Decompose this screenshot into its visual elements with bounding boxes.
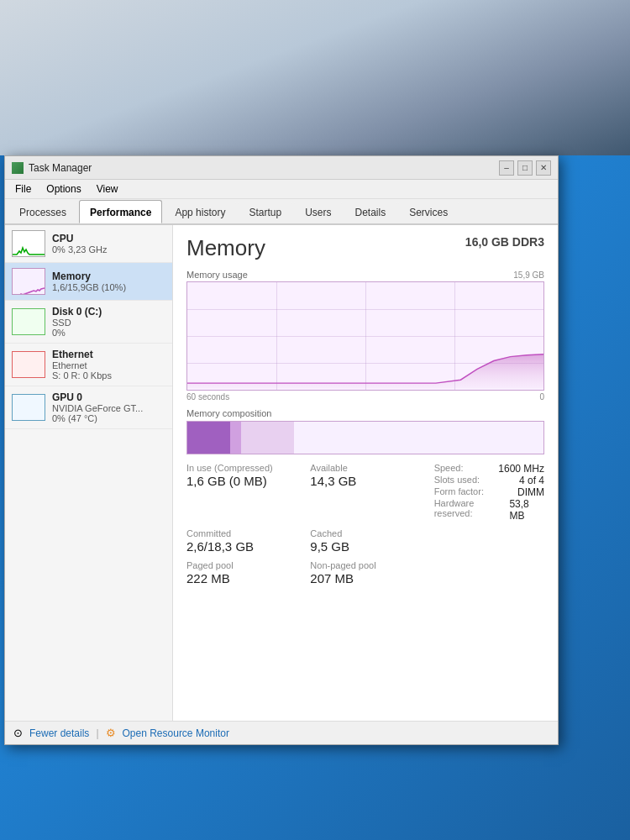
app-icon	[12, 162, 24, 174]
memory-graph-svg	[187, 282, 543, 390]
in-use-label: In use (Compressed)	[186, 463, 297, 473]
fewer-details-icon: ⊙	[13, 727, 23, 739]
tab-processes[interactable]: Processes	[8, 202, 77, 223]
speed-label: Speed:	[434, 463, 464, 475]
sidebar-item-cpu[interactable]: CPU 0% 3,23 GHz	[5, 225, 172, 263]
sidebar-item-gpu[interactable]: GPU 0 NVIDIA GeForce GT... 0% (47 °C)	[5, 386, 172, 429]
task-manager-window: Task Manager – □ ✕ File Options View Pro…	[4, 155, 559, 745]
photo-background	[0, 0, 630, 155]
graph-max-label: 15,9 GB	[513, 270, 544, 280]
available-value: 14,3 GB	[310, 474, 420, 488]
sidebar-item-memory[interactable]: Memory 1,6/15,9GB (10%)	[5, 263, 172, 301]
composition-label: Memory composition	[186, 408, 544, 418]
committed-stat: Committed 2,6/18,3 GB	[186, 528, 297, 554]
speed-value: 1600 MHz	[498, 463, 544, 475]
disk-info: Disk 0 (C:) SSD 0%	[52, 306, 165, 338]
tab-users[interactable]: Users	[294, 202, 342, 223]
memory-usage-graph-section: Memory usage 15,9 GB	[186, 270, 544, 403]
cpu-usage: 0% 3,23 GHz	[52, 244, 165, 255]
graph-label: Memory usage	[186, 270, 248, 280]
footer-bar: ⊙ Fewer details | ⚙ Open Resource Monito…	[5, 721, 558, 744]
sidebar-item-ethernet[interactable]: Ethernet Ethernet S: 0 R: 0 Kbps	[5, 344, 172, 386]
detail-header: Memory 16,0 GB DDR3	[186, 235, 544, 261]
paged-pool-value: 222 MB	[186, 571, 297, 585]
hw-reserved-value: 53,8 MB	[509, 498, 544, 522]
ethernet-usage: S: 0 R: 0 Kbps	[52, 370, 165, 381]
speed-group: Speed: 1600 MHz Slots used: 4 of 4 Form …	[434, 463, 544, 522]
comp-standby	[241, 422, 295, 454]
non-paged-pool-label: Non-paged pool	[310, 560, 420, 570]
menu-view[interactable]: View	[90, 181, 125, 197]
ethernet-name: Ethernet	[52, 349, 165, 360]
menu-file[interactable]: File	[8, 181, 38, 197]
title-controls: – □ ✕	[499, 160, 551, 176]
empty-cell	[434, 528, 544, 554]
graph-time: 60 seconds 0	[186, 391, 544, 403]
svg-rect-0	[13, 269, 45, 295]
memory-usage-graph	[186, 281, 544, 391]
tabs-bar: Processes Performance App history Startu…	[5, 199, 558, 225]
cpu-thumbnail	[12, 230, 45, 257]
disk-type: SSD	[52, 318, 165, 328]
close-button[interactable]: ✕	[536, 160, 551, 176]
gpu-info: GPU 0 NVIDIA GeForce GT... 0% (47 °C)	[52, 391, 165, 423]
memory-composition-section: Memory composition	[186, 408, 544, 454]
stats-grid: In use (Compressed) 1,6 GB (0 MB) Availa…	[186, 463, 544, 585]
committed-value: 2,6/18,3 GB	[186, 539, 297, 554]
cached-stat: Cached 9,5 GB	[310, 528, 420, 554]
tab-details[interactable]: Details	[344, 202, 396, 223]
disk-name: Disk 0 (C:)	[52, 306, 165, 318]
disk-usage: 0%	[52, 328, 165, 338]
cached-label: Cached	[310, 528, 420, 538]
form-value: DIMM	[517, 486, 544, 498]
gpu-name: GPU 0	[52, 391, 165, 403]
available-label: Available	[310, 463, 420, 473]
gpu-model: NVIDIA GeForce GT...	[52, 403, 165, 413]
footer-separator: |	[96, 727, 98, 739]
ethernet-info: Ethernet Ethernet S: 0 R: 0 Kbps	[52, 349, 165, 381]
tab-services[interactable]: Services	[398, 202, 459, 223]
open-resource-monitor-link[interactable]: Open Resource Monitor	[123, 727, 229, 739]
detail-subtitle: 16,0 GB DDR3	[465, 235, 544, 249]
tab-performance[interactable]: Performance	[79, 200, 162, 223]
tab-startup[interactable]: Startup	[238, 202, 292, 223]
in-use-value: 1,6 GB (0 MB)	[186, 474, 297, 488]
svg-rect-2	[13, 352, 45, 378]
ram-spec: 16,0 GB DDR3	[465, 235, 544, 249]
sidebar-item-disk[interactable]: Disk 0 (C:) SSD 0%	[5, 301, 172, 344]
non-paged-pool-value: 207 MB	[310, 571, 420, 585]
minimize-button[interactable]: –	[499, 160, 514, 176]
cpu-info: CPU 0% 3,23 GHz	[52, 233, 165, 255]
memory-info: Memory 1,6/15,9GB (10%)	[52, 270, 165, 292]
memory-usage: 1,6/15,9GB (10%)	[52, 282, 165, 292]
gpu-usage: 0% (47 °C)	[52, 413, 165, 423]
available-stat: Available 14,3 GB	[310, 463, 420, 522]
disk-thumbnail	[12, 308, 45, 335]
graph-time-left: 60 seconds	[186, 392, 229, 402]
comp-modified	[230, 422, 241, 454]
paged-pool-label: Paged pool	[186, 560, 297, 570]
detail-title: Memory	[186, 235, 265, 261]
slots-value: 4 of 4	[519, 475, 544, 486]
memory-name: Memory	[52, 270, 165, 282]
comp-free	[294, 422, 543, 454]
cached-value: 9,5 GB	[310, 539, 420, 554]
comp-in-use	[187, 422, 230, 454]
main-content: CPU 0% 3,23 GHz Memory 1,6/15,9GB (10%)	[5, 225, 558, 721]
maximize-button[interactable]: □	[517, 160, 533, 176]
menu-options[interactable]: Options	[39, 181, 87, 197]
slots-label: Slots used:	[434, 475, 480, 486]
in-use-stat: In use (Compressed) 1,6 GB (0 MB)	[186, 463, 297, 522]
form-label: Form factor:	[434, 486, 484, 498]
title-bar: Task Manager – □ ✕	[5, 156, 558, 180]
tab-app-history[interactable]: App history	[164, 202, 236, 223]
fewer-details-link[interactable]: Fewer details	[29, 727, 89, 739]
gpu-thumbnail	[12, 394, 45, 421]
title-bar-left: Task Manager	[12, 162, 92, 174]
svg-rect-3	[13, 395, 45, 421]
menu-bar: File Options View	[5, 180, 558, 199]
hw-reserved-label: Hardware reserved:	[434, 498, 510, 522]
open-monitor-icon: ⚙	[106, 727, 116, 739]
ethernet-thumbnail	[12, 351, 45, 378]
window-title: Task Manager	[29, 162, 92, 174]
